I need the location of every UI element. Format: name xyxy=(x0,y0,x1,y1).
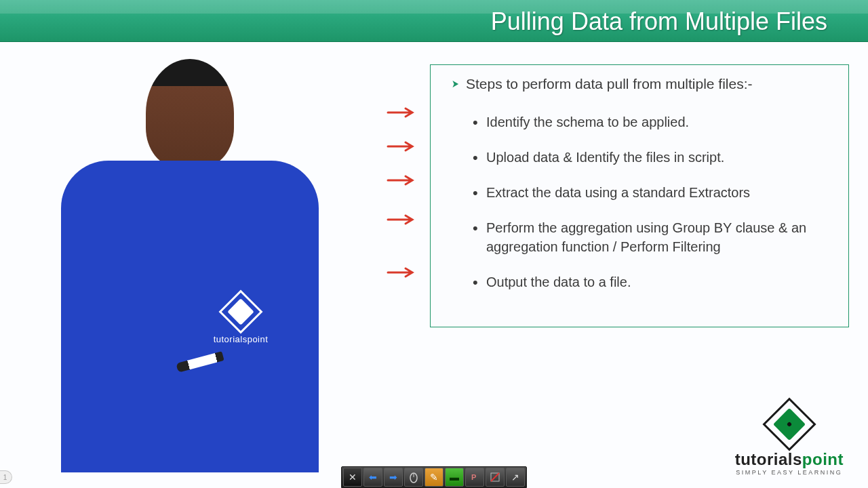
presenter-head xyxy=(146,59,234,167)
shirt-logo-text: tutorialspoint xyxy=(197,334,285,344)
annotation-arrows xyxy=(387,106,416,300)
brand-name-accent: point xyxy=(802,450,844,468)
arrow-icon xyxy=(387,140,416,153)
brand-tagline: SIMPLY EASY LEARNING xyxy=(735,469,844,476)
close-icon[interactable]: ✕ xyxy=(343,468,362,487)
diamond-icon xyxy=(218,289,262,333)
shirt-logo: tutorialspoint xyxy=(197,296,285,344)
share-icon[interactable]: ↗ xyxy=(506,468,525,487)
marker-pen xyxy=(176,351,224,373)
slide-content: tutorialspoint Steps to perform data pul… xyxy=(0,42,868,488)
pen-off-icon[interactable] xyxy=(486,468,505,487)
brand-logo: tutorialspoint SIMPLY EASY LEARNING xyxy=(735,405,844,476)
pen-icon[interactable]: ✎ xyxy=(425,468,443,487)
page-indicator[interactable]: 1 xyxy=(0,470,12,484)
arrow-icon xyxy=(387,213,416,226)
presenter-body: tutorialspoint xyxy=(61,161,319,472)
arrow-left-icon[interactable]: ⬅ xyxy=(363,468,382,487)
step-item: Identify the schema to be applied. xyxy=(451,104,832,140)
step-item: Output the data to a file. xyxy=(451,264,832,300)
presenter-hands xyxy=(176,357,244,384)
diamond-icon xyxy=(762,397,816,451)
step-item: Upload data & Identify the files in scri… xyxy=(451,140,832,175)
brand-name: tutorialspoint xyxy=(735,451,844,468)
presenter-figure: tutorialspoint xyxy=(54,59,326,472)
arrow-icon xyxy=(387,174,416,187)
brand-name-plain: tutorials xyxy=(735,450,802,468)
arrow-right-icon[interactable]: ➡ xyxy=(384,468,403,487)
slide-title: Pulling Data from Multiple Files xyxy=(491,7,827,36)
steps-heading: Steps to perform data pull from multiple… xyxy=(451,76,832,92)
mouse-icon[interactable] xyxy=(404,468,423,487)
step-item: Perform the aggregation using Group BY c… xyxy=(451,210,832,264)
ppt-icon[interactable]: P xyxy=(465,468,484,487)
steps-box: Steps to perform data pull from multiple… xyxy=(430,64,849,327)
arrow-icon xyxy=(387,106,416,119)
highlighter-icon[interactable]: ▬ xyxy=(445,468,464,487)
arrow-icon xyxy=(387,266,416,279)
svg-line-3 xyxy=(491,473,499,481)
slide-header: Pulling Data from Multiple Files xyxy=(0,0,868,42)
presentation-toolbar: ✕ ⬅ ➡ ✎ ▬ P ↗ xyxy=(341,466,527,488)
step-item: Extract the data using a standard Extrac… xyxy=(451,175,832,210)
